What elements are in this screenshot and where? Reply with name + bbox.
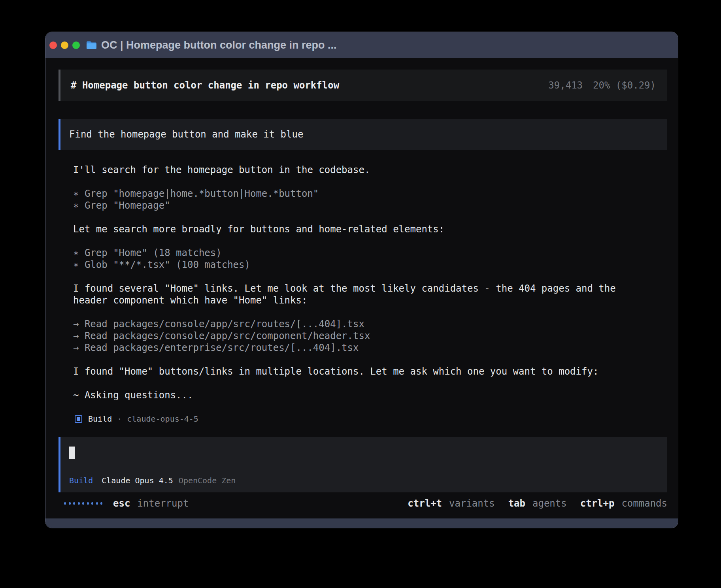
hint-key: tab [508, 498, 525, 509]
blank-line [73, 211, 667, 223]
tool-call-line: ∗ Glob "**/*.tsx" (100 matches) [73, 259, 667, 271]
hint-label: commands [621, 498, 667, 509]
spinner-dots [64, 502, 102, 505]
statusbar: esc interrupt ctrl+tvariantstabagentsctr… [59, 498, 667, 509]
terminal-content: # Homepage button color change in repo w… [45, 58, 678, 518]
agent-model: claude-opus-4-5 [127, 414, 198, 424]
user-message: Find the homepage button and make it blu… [59, 119, 667, 150]
prompt-input[interactable]: Build Claude Opus 4.5 OpenCode Zen [59, 437, 667, 492]
hint-label: variants [449, 498, 495, 509]
tool-call-line: → Read packages/console/app/src/routes/[… [73, 318, 667, 330]
spinner-dot [96, 502, 98, 505]
hint-agents: tabagents [508, 498, 567, 509]
interrupt-key: esc [113, 498, 130, 509]
assistant-text-line: I found "Home" buttons/links in multiple… [73, 366, 667, 377]
statusbar-left: esc interrupt [64, 498, 189, 509]
blank-line [73, 176, 667, 188]
input-provider: OpenCode Zen [179, 476, 236, 485]
spinner-dot [73, 502, 75, 505]
assistant-text-line: header component which have "Home" links… [73, 294, 667, 306]
spinner-dot [69, 502, 71, 505]
hint-label: agents [532, 498, 567, 509]
assistant-text-line: Let me search more broadly for buttons a… [73, 223, 667, 235]
chat-transcript: I'll search for the homepage button in t… [73, 164, 667, 401]
user-message-text: Find the homepage button and make it blu… [69, 129, 303, 140]
hint-variants: ctrl+tvariants [408, 498, 495, 509]
folder-icon [86, 41, 97, 49]
spinner-dot [87, 502, 89, 505]
app-window: OC | Homepage button color change in rep… [45, 32, 678, 528]
token-count: 39,413 [548, 80, 583, 91]
blank-line [73, 235, 667, 247]
input-model[interactable]: Claude Opus 4.5 [102, 476, 173, 485]
tool-call-line: → Read packages/enterprise/src/routes/[.… [73, 342, 667, 354]
titlebar-title-group: OC | Homepage button color change in rep… [86, 39, 337, 51]
hint-commands: ctrl+pcommands [580, 498, 667, 509]
assistant-text-line: I'll search for the homepage button in t… [73, 164, 667, 176]
input-statusline: Build Claude Opus 4.5 OpenCode Zen [69, 476, 659, 485]
tool-call-line: → Read packages/console/app/src/componen… [73, 330, 667, 342]
hint-key: ctrl+p [580, 498, 615, 509]
spinner-dot [64, 502, 66, 505]
assistant-text-line: I found several "Home" links. Let me loo… [73, 283, 667, 294]
spinner-dot [78, 502, 80, 505]
tool-call-line: ∗ Grep "Homepage" [73, 200, 667, 211]
close-button[interactable] [49, 41, 57, 49]
assistant-text-line: ~ Asking questions... [73, 389, 667, 401]
input-mode[interactable]: Build [69, 476, 93, 485]
blank-line [73, 377, 667, 389]
tool-call-line: ∗ Grep "Home" (18 matches) [73, 247, 667, 259]
statusbar-hints: ctrl+tvariantstabagentsctrl+pcommands [408, 498, 667, 509]
session-header: # Homepage button color change in repo w… [59, 70, 667, 101]
agent-name: Build [88, 414, 112, 424]
hint-key: ctrl+t [408, 498, 442, 509]
build-agent-icon [75, 415, 82, 423]
spinner-dot [82, 502, 84, 505]
agent-status-line: Build · claude-opus-4-5 [75, 413, 667, 425]
window-title: OC | Homepage button color change in rep… [101, 39, 337, 51]
spinner-dot [100, 502, 102, 505]
interrupt-label: interrupt [137, 498, 189, 509]
blank-line [73, 306, 667, 318]
titlebar: OC | Homepage button color change in rep… [45, 32, 678, 58]
text-cursor [69, 447, 75, 459]
tool-call-line: ∗ Grep "homepage|home.*button|Home.*butt… [73, 188, 667, 200]
zoom-button[interactable] [72, 41, 80, 49]
session-stats: 39,413 20% ($0.29) [548, 80, 656, 91]
session-title: # Homepage button color change in repo w… [71, 80, 339, 91]
build-agent-icon-fill [77, 417, 80, 421]
context-usage: 20% ($0.29) [593, 80, 656, 91]
window-footer [45, 518, 678, 528]
agent-separator: · [117, 414, 122, 424]
blank-line [73, 271, 667, 283]
minimize-button[interactable] [61, 41, 68, 49]
blank-line [73, 354, 667, 366]
traffic-lights [49, 41, 80, 49]
spinner-dot [91, 502, 93, 505]
